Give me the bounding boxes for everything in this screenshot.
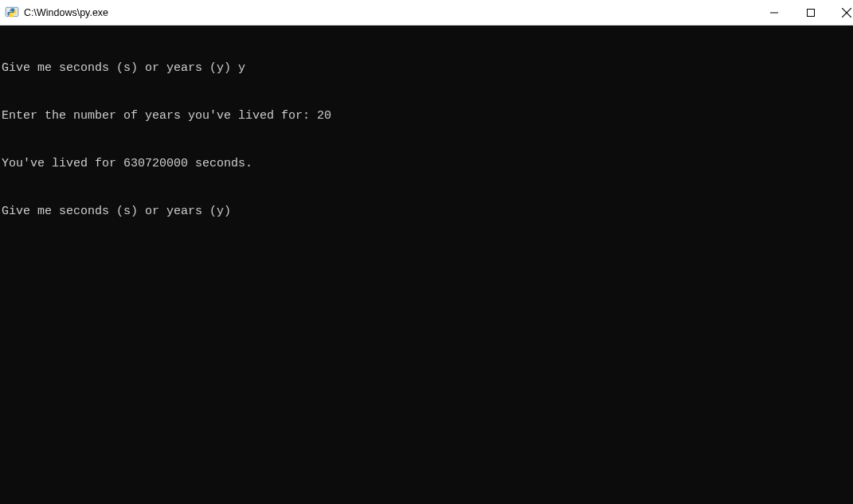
python-app-icon [5,6,19,20]
window-titlebar[interactable]: C:\Windows\py.exe [0,0,853,25]
svg-point-2 [14,14,14,15]
console-output[interactable]: Give me seconds (s) or years (y) y Enter… [0,25,853,504]
svg-rect-4 [808,9,815,16]
maximize-button[interactable] [792,0,829,25]
console-line: Enter the number of years you've lived f… [2,108,851,124]
console-line: You've lived for 630720000 seconds. [2,156,851,172]
window-title: C:\Windows\py.exe [24,7,756,18]
minimize-button[interactable] [756,0,792,25]
console-line: Give me seconds (s) or years (y) y [2,61,851,76]
window-controls [756,0,853,25]
svg-point-1 [10,10,10,10]
close-button[interactable] [829,0,853,25]
console-line: Give me seconds (s) or years (y) [2,204,851,220]
